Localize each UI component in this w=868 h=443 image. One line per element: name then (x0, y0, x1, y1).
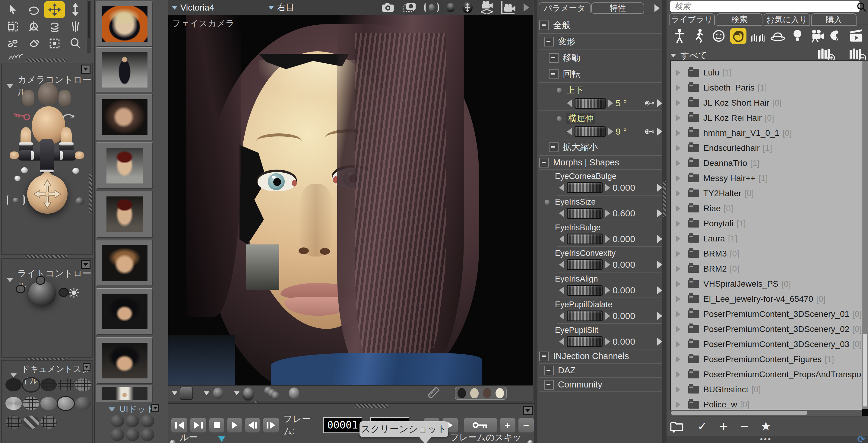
rotate-tool-icon[interactable] (23, 1, 44, 18)
dial-dot[interactable] (545, 200, 550, 205)
light-handle-top[interactable] (36, 276, 45, 285)
element-dropdown[interactable]: 右目 (269, 1, 294, 13)
style-wire-bright[interactable] (23, 397, 39, 410)
dial-value[interactable]: 0.000 (613, 311, 639, 321)
expand-arrow-icon[interactable] (676, 160, 683, 166)
expand-arrow-icon[interactable] (676, 281, 683, 287)
render-canvas[interactable]: フェイスカメラ (168, 15, 533, 385)
list-item[interactable]: Ponytali[1] (671, 216, 866, 231)
rect-select-tool-icon[interactable] (2, 18, 23, 35)
all-folders-row[interactable]: すべて (670, 50, 707, 62)
section-general[interactable]: 全般 (539, 19, 662, 31)
dial-menu-arrow-icon[interactable] (657, 128, 662, 136)
expand-arrow-icon[interactable] (676, 175, 683, 181)
list-item[interactable]: hmhm_hair_V1_0_1[0] (671, 125, 866, 141)
scroll-thumb[interactable] (863, 334, 867, 407)
list-item[interactable]: DeannaTrio[1] (671, 156, 866, 171)
section-community[interactable]: Community (544, 380, 662, 390)
shadow-dropdown-arrow-icon[interactable] (234, 391, 240, 395)
panel-divider[interactable] (534, 0, 537, 443)
expand-arrow-icon[interactable] (676, 190, 683, 197)
head-camera-gray-icon[interactable] (38, 83, 58, 105)
dial-decrement-icon[interactable] (567, 99, 572, 107)
dial-decrement-icon[interactable] (559, 286, 564, 294)
dial-increment-icon[interactable] (605, 312, 610, 320)
section-translate[interactable]: 移動 (549, 52, 662, 64)
thumbnail-coat-figure[interactable] (96, 47, 153, 92)
add-keyframe-button[interactable]: + (500, 418, 516, 433)
step-forward-button[interactable] (263, 418, 279, 433)
tab-properties[interactable]: 特性 (591, 2, 644, 14)
thumbnail-red-cap-head-light[interactable] (96, 142, 153, 189)
chain-tool-icon[interactable] (2, 35, 23, 52)
translate-tool-icon[interactable] (44, 1, 65, 18)
dial-value[interactable]: 5 ° (616, 98, 642, 108)
dial-label[interactable]: 横屈伸 (566, 113, 595, 124)
thumbnail-doorway-figure[interactable] (96, 385, 153, 402)
tab-library[interactable]: ライブラリ (669, 13, 715, 25)
tracking-box-icon[interactable] (180, 387, 193, 400)
category-figure-icon[interactable] (671, 28, 688, 44)
category-prop-icon[interactable] (770, 28, 786, 44)
expand-arrow-icon[interactable] (676, 85, 683, 91)
search-input[interactable] (670, 1, 860, 12)
orbit-arrow-icon[interactable] (62, 113, 75, 121)
style-wire-textured[interactable] (40, 416, 57, 429)
dial-menu-arrow-icon[interactable] (657, 99, 662, 107)
scale-tool-icon[interactable] (65, 1, 86, 18)
thumbnail-orange-hair-girl[interactable] (96, 1, 153, 47)
swatch-background[interactable] (470, 388, 478, 398)
expand-arrow-icon[interactable] (676, 130, 683, 136)
tab-purchase[interactable]: 購入 (811, 13, 857, 26)
expand-arrow-icon[interactable] (676, 266, 683, 272)
collapse-box-icon[interactable] (539, 352, 549, 361)
expand-arrow-icon[interactable] (676, 145, 683, 151)
ui-dot-5[interactable] (125, 429, 140, 441)
list-item[interactable]: Endscurledhair[1] (671, 141, 866, 156)
expand-arrow-icon[interactable] (676, 220, 683, 227)
keyframe-icon[interactable] (645, 99, 655, 108)
ui-dot-6[interactable] (141, 429, 154, 441)
multi-sphere-icon[interactable] (264, 387, 281, 400)
paint-bucket-tool-icon[interactable] (23, 35, 44, 52)
add-item-icon[interactable]: + (720, 418, 728, 435)
style-smooth-dark[interactable] (75, 397, 91, 410)
gizmo-tool-icon[interactable] (23, 18, 44, 35)
list-item[interactable]: JL Koz Rei Hair[0] (671, 111, 866, 125)
collapse-box-icon[interactable] (549, 69, 559, 79)
thumbnail-red-cap-head-dark[interactable] (96, 191, 153, 238)
expand-arrow-icon[interactable] (676, 115, 683, 121)
sun-icon[interactable] (67, 287, 80, 299)
collapse-box-icon[interactable] (544, 380, 554, 390)
dial-increment-icon[interactable] (605, 235, 610, 243)
figure-dropdown[interactable]: Victoria4 (172, 3, 214, 13)
dial-decrement-icon[interactable] (559, 184, 564, 191)
thumbnail-long-brown-hair[interactable] (96, 94, 153, 140)
style-wireframe[interactable] (58, 378, 74, 391)
dial-decrement-icon[interactable] (559, 235, 564, 243)
taper-tool-icon[interactable] (65, 18, 86, 35)
category-hair-icon[interactable] (730, 28, 746, 44)
dial-increment-icon[interactable] (608, 128, 613, 136)
ui-dots-header[interactable]: UIドット (108, 403, 155, 415)
dial-decrement-icon[interactable] (567, 128, 572, 136)
style-wireframe-dark[interactable] (40, 378, 57, 391)
category-hand-icon[interactable] (750, 28, 766, 44)
stop-button[interactable] (209, 418, 224, 433)
dial-menu-arrow-icon[interactable] (657, 209, 662, 217)
new-folder-icon[interactable] (670, 419, 685, 433)
collapse-box-icon[interactable] (549, 142, 559, 152)
ui-dots-menu-button[interactable] (151, 404, 159, 412)
search-icon[interactable] (857, 2, 867, 12)
dial-track[interactable] (567, 336, 602, 347)
thumbnail-black-bob-hair-2[interactable] (96, 337, 153, 384)
list-item[interactable]: BRM3[0] (671, 246, 866, 261)
remove-item-icon[interactable]: − (740, 418, 749, 435)
dial-menu-arrow-icon[interactable] (657, 286, 662, 294)
current-frame-field[interactable]: 00001 (323, 418, 362, 433)
fast-tracking-sphere-icon[interactable] (213, 387, 223, 399)
category-pose-icon[interactable] (691, 28, 707, 44)
dial-track[interactable] (567, 311, 602, 321)
full-tracking-sphere-icon[interactable] (243, 387, 253, 399)
dial-value[interactable]: 0.000 (613, 285, 639, 295)
